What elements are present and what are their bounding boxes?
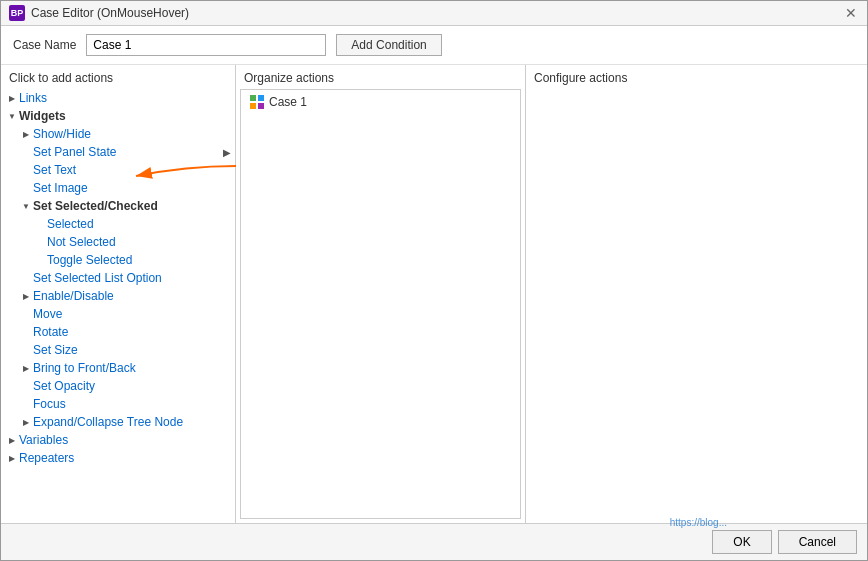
tree-item-selected[interactable]: Selected [29, 215, 235, 233]
app-icon: BP [9, 5, 25, 21]
tree-label-toggle-selected: Toggle Selected [47, 253, 132, 267]
expand-icon-toggle-selected [33, 253, 47, 267]
expand-icon-show-hide: ▶ [19, 127, 33, 141]
svg-rect-3 [258, 103, 264, 109]
tree-label-set-text: Set Text [33, 163, 76, 177]
tree-item-set-image[interactable]: Set Image [15, 179, 235, 197]
left-panel: Click to add actions ▶ Links ▼ Widgets ▶… [1, 65, 236, 523]
title-bar-left: BP Case Editor (OnMouseHover) [9, 5, 189, 21]
expand-icon-set-opacity [19, 379, 33, 393]
tree-item-widgets[interactable]: ▼ Widgets [1, 107, 235, 125]
tree-label-repeaters: Repeaters [19, 451, 74, 465]
tree-label-set-size: Set Size [33, 343, 78, 357]
tree-label-selected: Selected [47, 217, 94, 231]
expand-icon-set-selected: ▼ [19, 199, 33, 213]
expand-icon-set-size [19, 343, 33, 357]
tree-label-set-image: Set Image [33, 181, 88, 195]
expand-icon-set-text [19, 163, 33, 177]
svg-rect-2 [250, 103, 256, 109]
title-bar: BP Case Editor (OnMouseHover) ✕ [1, 1, 867, 26]
tree-label-variables: Variables [19, 433, 68, 447]
expand-icon-selected [33, 217, 47, 231]
expand-icon-set-list [19, 271, 33, 285]
case-icon-svg [249, 94, 265, 110]
tree-label-bring-front: Bring to Front/Back [33, 361, 136, 375]
footer: OK Cancel [1, 523, 867, 560]
expand-icon-repeaters: ▶ [5, 451, 19, 465]
case-name-label: Case Name [13, 38, 76, 52]
tree-label-not-selected: Not Selected [47, 235, 116, 249]
expand-icon-not-selected [33, 235, 47, 249]
case-name-input[interactable] [86, 34, 326, 56]
middle-panel: Organize actions Case 1 [236, 65, 526, 523]
case-name-row: Case Name Add Condition [1, 26, 867, 65]
tree-label-set-selected: Set Selected/Checked [33, 199, 158, 213]
tree-item-set-size[interactable]: Set Size [15, 341, 235, 359]
add-condition-button[interactable]: Add Condition [336, 34, 441, 56]
chevron-right-icon: ▶ [223, 147, 231, 158]
tree-item-not-selected[interactable]: Not Selected [29, 233, 235, 251]
tree-label-enable-disable: Enable/Disable [33, 289, 114, 303]
case-node: Case 1 [241, 90, 520, 114]
dialog: BP Case Editor (OnMouseHover) ✕ Case Nam… [0, 0, 868, 561]
tree-label-focus: Focus [33, 397, 66, 411]
close-button[interactable]: ✕ [843, 6, 859, 20]
organize-header: Organize actions [236, 65, 525, 89]
watermark: https://blog... [670, 517, 727, 528]
configure-header: Configure actions [526, 65, 867, 89]
tree-label-expand-collapse: Expand/Collapse Tree Node [33, 415, 183, 429]
expand-icon-expand-collapse: ▶ [19, 415, 33, 429]
organize-container: Case 1 [240, 89, 521, 519]
tree-item-expand-collapse[interactable]: ▶ Expand/Collapse Tree Node [15, 413, 235, 431]
svg-rect-1 [258, 95, 264, 101]
tree-item-set-text[interactable]: Set Text [15, 161, 235, 179]
tree-item-enable-disable[interactable]: ▶ Enable/Disable [15, 287, 235, 305]
tree-item-rotate[interactable]: Rotate [15, 323, 235, 341]
tree-label-links: Links [19, 91, 47, 105]
dialog-title: Case Editor (OnMouseHover) [31, 6, 189, 20]
expand-icon-variables: ▶ [5, 433, 19, 447]
tree-label-widgets: Widgets [19, 109, 66, 123]
expand-icon-links: ▶ [5, 91, 19, 105]
click-to-add-header: Click to add actions [1, 65, 235, 89]
expand-icon-rotate [19, 325, 33, 339]
tree-item-set-selected[interactable]: ▼ Set Selected/Checked [15, 197, 235, 215]
tree-label-set-opacity: Set Opacity [33, 379, 95, 393]
right-panel: Configure actions [526, 65, 867, 523]
expand-icon-move [19, 307, 33, 321]
main-content: Click to add actions ▶ Links ▼ Widgets ▶… [1, 65, 867, 523]
tree-item-bring-front[interactable]: ▶ Bring to Front/Back [15, 359, 235, 377]
expand-icon-set-panel [19, 145, 33, 159]
tree-item-links[interactable]: ▶ Links [1, 89, 235, 107]
tree-item-repeaters[interactable]: ▶ Repeaters [1, 449, 235, 467]
tree-item-set-list[interactable]: Set Selected List Option [15, 269, 235, 287]
configure-content [526, 89, 867, 523]
expand-icon-focus [19, 397, 33, 411]
tree-label-show-hide: Show/Hide [33, 127, 91, 141]
expand-icon-widgets: ▼ [5, 109, 19, 123]
tree-item-set-panel-state[interactable]: Set Panel State ▶ [15, 143, 235, 161]
tree-label-move: Move [33, 307, 62, 321]
tree-item-set-opacity[interactable]: Set Opacity [15, 377, 235, 395]
tree-item-variables[interactable]: ▶ Variables [1, 431, 235, 449]
case-node-label: Case 1 [269, 95, 307, 109]
ok-button[interactable]: OK [712, 530, 771, 554]
case-node-icon [249, 94, 265, 110]
tree-item-move[interactable]: Move [15, 305, 235, 323]
tree-label-set-list: Set Selected List Option [33, 271, 162, 285]
expand-icon-set-image [19, 181, 33, 195]
tree-item-focus[interactable]: Focus [15, 395, 235, 413]
cancel-button[interactable]: Cancel [778, 530, 857, 554]
expand-icon-bring-front: ▶ [19, 361, 33, 375]
svg-rect-0 [250, 95, 256, 101]
tree-item-show-hide[interactable]: ▶ Show/Hide [15, 125, 235, 143]
tree-label-set-panel-state: Set Panel State [33, 145, 116, 159]
tree-item-toggle-selected[interactable]: Toggle Selected [29, 251, 235, 269]
actions-tree[interactable]: ▶ Links ▼ Widgets ▶ Show/Hide Set Panel … [1, 89, 235, 523]
expand-icon-enable-disable: ▶ [19, 289, 33, 303]
tree-label-rotate: Rotate [33, 325, 68, 339]
